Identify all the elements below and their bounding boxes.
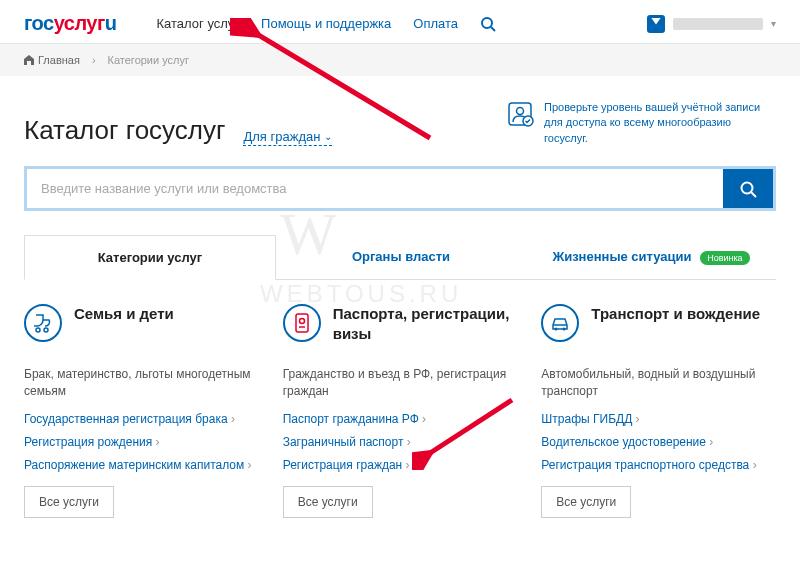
svg-point-12 — [555, 328, 558, 331]
new-badge: Новинка — [700, 251, 749, 265]
service-link[interactable]: Распоряжение материнским капиталом — [24, 458, 259, 472]
all-services-button[interactable]: Все услуги — [24, 486, 114, 518]
svg-point-13 — [563, 328, 566, 331]
breadcrumb-home-label: Главная — [38, 54, 80, 66]
search-bar — [24, 166, 776, 211]
main-nav: Каталог услуг Помощь и поддержка Оплата — [157, 16, 497, 32]
breadcrumb-home[interactable]: Главная — [24, 54, 80, 66]
car-icon — [541, 304, 579, 342]
verify-banner[interactable]: Проверьте уровень вашей учётной записи д… — [506, 100, 776, 146]
page-title: Каталог госуслуг — [24, 115, 225, 146]
svg-point-3 — [517, 108, 524, 115]
verify-icon — [506, 100, 534, 128]
category-links: Штрафы ГИБДД Водительское удостоверение … — [541, 412, 776, 472]
logo-part: услуг — [54, 12, 105, 34]
breadcrumb-current: Категории услуг — [108, 54, 189, 66]
nav-payment[interactable]: Оплата — [413, 16, 458, 31]
service-link[interactable]: Водительское удостоверение — [541, 435, 776, 449]
service-link[interactable]: Государственная регистрация брака — [24, 412, 259, 426]
header: госуслугu Каталог услуг Помощь и поддерж… — [0, 0, 800, 44]
service-link[interactable]: Штрафы ГИБДД — [541, 412, 776, 426]
category-title: Транспорт и вождение — [591, 304, 760, 324]
logo-part: u — [105, 12, 117, 34]
svg-point-5 — [742, 182, 753, 193]
nav-catalog[interactable]: Каталог услуг — [157, 16, 240, 31]
svg-point-8 — [44, 328, 48, 332]
svg-point-7 — [36, 328, 40, 332]
category-columns: Семья и дети Брак, материнство, льготы м… — [24, 304, 776, 518]
search-button[interactable] — [723, 169, 773, 208]
category-title: Семья и дети — [74, 304, 174, 324]
tabs: Категории услуг Органы власти Жизненные … — [24, 235, 776, 280]
user-name — [673, 18, 763, 30]
category-desc: Брак, материнство, льготы многодетным се… — [24, 366, 259, 400]
service-link[interactable]: Регистрация граждан — [283, 458, 518, 472]
verify-text: Проверьте уровень вашей учётной записи д… — [544, 100, 776, 146]
logo-part: гос — [24, 12, 54, 34]
nav-help[interactable]: Помощь и поддержка — [261, 16, 391, 31]
audience-filter[interactable]: Для граждан ⌄ — [243, 129, 332, 146]
search-icon — [739, 180, 757, 198]
category-transport: Транспорт и вождение Автомобильный, водн… — [541, 304, 776, 518]
category-links: Паспорт гражданина РФ Заграничный паспор… — [283, 412, 518, 472]
all-services-button[interactable]: Все услуги — [541, 486, 631, 518]
service-link[interactable]: Регистрация транспортного средства — [541, 458, 776, 472]
service-link[interactable]: Паспорт гражданина РФ — [283, 412, 518, 426]
tab-situations[interactable]: Жизненные ситуации Новинка — [526, 235, 776, 279]
search-icon[interactable] — [480, 16, 496, 32]
category-links: Государственная регистрация брака Регист… — [24, 412, 259, 472]
all-services-button[interactable]: Все услуги — [283, 486, 373, 518]
svg-line-1 — [491, 27, 495, 31]
search-input[interactable] — [27, 169, 723, 208]
service-link[interactable]: Регистрация рождения — [24, 435, 259, 449]
tab-authorities[interactable]: Органы власти — [276, 235, 526, 279]
user-menu[interactable]: ▾ — [647, 15, 776, 33]
category-desc: Автомобильный, водный и воздушный трансп… — [541, 366, 776, 400]
service-link[interactable]: Заграничный паспорт — [283, 435, 518, 449]
filter-label: Для граждан — [243, 129, 320, 144]
chevron-down-icon: ▾ — [771, 18, 776, 29]
stroller-icon — [24, 304, 62, 342]
svg-point-10 — [299, 319, 304, 324]
mail-icon — [647, 15, 665, 33]
breadcrumb: Главная › Категории услуг — [0, 44, 800, 76]
svg-point-0 — [482, 18, 492, 28]
title-row: Каталог госуслуг Для граждан ⌄ Проверьте… — [24, 100, 776, 146]
svg-line-6 — [751, 192, 756, 197]
chevron-right-icon: › — [92, 54, 96, 66]
tab-categories[interactable]: Категории услуг — [24, 235, 276, 280]
home-icon — [24, 55, 34, 65]
chevron-down-icon: ⌄ — [324, 131, 332, 142]
logo[interactable]: госуслугu — [24, 12, 117, 35]
passport-icon — [283, 304, 321, 342]
category-desc: Гражданство и въезд в РФ, регистрация гр… — [283, 366, 518, 400]
category-passports: Паспорта, регистрации, визы Гражданство … — [283, 304, 518, 518]
main-content: Каталог госуслуг Для граждан ⌄ Проверьте… — [0, 76, 800, 542]
tab-label: Жизненные ситуации — [552, 249, 691, 264]
category-family: Семья и дети Брак, материнство, льготы м… — [24, 304, 259, 518]
category-title: Паспорта, регистрации, визы — [333, 304, 518, 343]
